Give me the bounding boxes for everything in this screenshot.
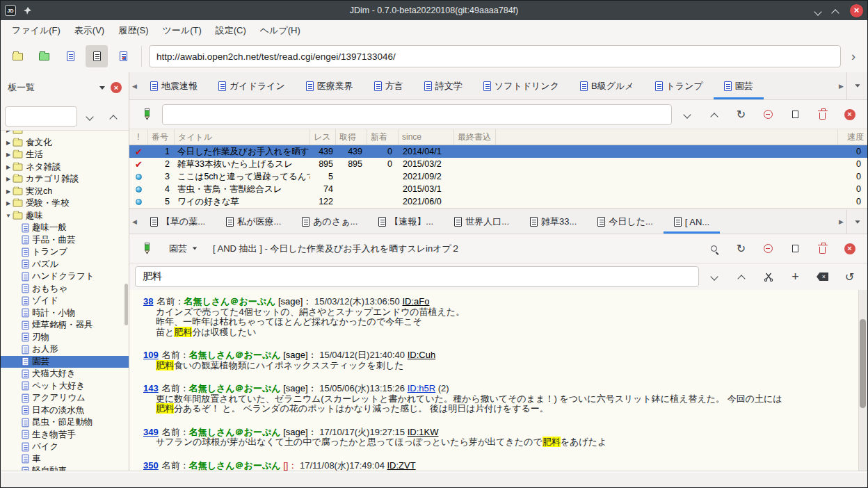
tree-item-category[interactable]: ▶カテゴリ雑談	[1, 173, 129, 186]
thread-tab[interactable]: 【草の葉...	[140, 210, 216, 234]
tabs-scroll-left-button[interactable]: ◀	[129, 72, 140, 99]
tree-item-board[interactable]: 日本の淡水魚	[1, 405, 129, 417]
column-title[interactable]: タイトル	[175, 129, 310, 145]
add-keyword-button[interactable]: +	[783, 266, 807, 287]
tree-item-board[interactable]: 犬猫大好き	[1, 368, 129, 380]
search-button[interactable]	[702, 238, 726, 259]
board-write-button[interactable]	[135, 104, 159, 125]
post-number-link[interactable]: 109	[143, 350, 159, 360]
menu-item[interactable]: ツール(T)	[156, 20, 209, 40]
tree-item-board[interactable]: 手品・曲芸	[1, 234, 129, 247]
extract-button[interactable]	[756, 266, 780, 287]
post-search-field[interactable]	[135, 266, 699, 287]
column-number[interactable]: 番号	[148, 129, 175, 145]
thread-tab[interactable]: 私が医療...	[216, 210, 291, 234]
tree-item-board[interactable]: 軽自動車	[1, 465, 129, 471]
search-prev-button[interactable]	[729, 266, 753, 287]
column-mark[interactable]: !	[129, 129, 148, 145]
post-number-link[interactable]: 143	[143, 383, 159, 393]
column-last-write[interactable]: 最終書込	[454, 129, 496, 145]
tree-item-board[interactable]: ゾイド	[1, 295, 129, 307]
thread-list-search-input[interactable]	[170, 109, 664, 120]
image-view-button[interactable]	[112, 45, 134, 67]
thread-list-search-field[interactable]	[162, 104, 672, 125]
thread-tab[interactable]: あのさぁ...	[291, 210, 368, 234]
tree-item-board[interactable]: 昆虫・節足動物	[1, 416, 129, 429]
menu-item[interactable]: 表示(V)	[67, 20, 111, 40]
thread-write-button[interactable]	[135, 238, 159, 259]
stop-button[interactable]	[756, 104, 780, 125]
clear-button[interactable]: ×	[810, 266, 835, 287]
tree-item-board[interactable]: ハンドクラフト	[1, 270, 129, 283]
tree-item-board[interactable]: 時計・小物	[1, 307, 129, 320]
tree-item-board[interactable]: ペット大好き	[1, 380, 129, 393]
expand-icon[interactable]: ▶	[4, 200, 13, 206]
thread-row[interactable]: ✔1今日した作業及びお手入れを晒す43943902014/04/10	[129, 145, 867, 158]
post-id[interactable]: ID:h5R	[408, 383, 435, 393]
menu-item[interactable]: 履歴(S)	[111, 20, 155, 40]
sidebar-filter-input[interactable]	[13, 111, 70, 122]
board-tab[interactable]: 地震速報	[140, 72, 208, 99]
board-tab[interactable]: ソフトドリンク	[473, 72, 570, 99]
copy-button[interactable]	[783, 238, 807, 259]
board-tab[interactable]: B級グルメ	[570, 72, 645, 99]
tree-item-board[interactable]: バイク	[1, 441, 129, 453]
thread-tab[interactable]: 【速報】...	[368, 210, 444, 234]
tree-item-board[interactable]: 刃物	[1, 332, 129, 344]
post-number-link[interactable]: 38	[143, 296, 153, 307]
post-number-link[interactable]: 349	[143, 427, 159, 437]
expand-icon[interactable]: ▶	[4, 152, 13, 158]
undo-button[interactable]: ↺	[837, 266, 862, 287]
reload-button[interactable]: ↻	[729, 104, 753, 125]
tabs-scroll-left-button[interactable]: ◀	[129, 210, 140, 234]
thread-tabs-menu-button[interactable]	[846, 210, 867, 234]
close-tab-button[interactable]: ×	[837, 104, 862, 125]
tree-item-board[interactable]: 趣味一般	[1, 222, 129, 234]
delete-button[interactable]	[810, 104, 835, 125]
expand-icon[interactable]: ▶	[4, 188, 13, 195]
tree-item-category[interactable]: ▶食文化	[1, 137, 129, 149]
tabs-scroll-right-button[interactable]: ▶	[836, 72, 846, 99]
boardlist-sidebar-button[interactable]	[6, 45, 29, 67]
favorites-button[interactable]	[33, 45, 55, 67]
tree-item-category[interactable]: ▶受験・学校	[1, 197, 129, 210]
thread-row[interactable]: 3ここは5chと違って過疎ってるんで52021/09/20	[129, 170, 867, 183]
stop-button[interactable]	[756, 238, 780, 259]
column-res[interactable]: レス	[310, 129, 336, 145]
board-tab[interactable]: 園芸	[714, 72, 764, 99]
tree-item-board[interactable]: お人形	[1, 343, 129, 356]
tree-item-category[interactable]: ▶実況ch	[1, 186, 129, 198]
tabs-scroll-right-button[interactable]: ▶	[836, 210, 846, 234]
pin-icon[interactable]	[23, 6, 32, 15]
panel-toggle-button[interactable]: ›	[845, 49, 862, 64]
close-window-button[interactable]: ×	[850, 4, 863, 17]
list-search-down-button[interactable]	[675, 104, 699, 125]
thread-row[interactable]: ✔2雑草33本抜いたら上げるスレ89589502015/03/20	[129, 158, 867, 170]
copy-button[interactable]	[783, 104, 807, 125]
sidebar-menu-icon[interactable]	[99, 86, 105, 90]
thread-scrollbar[interactable]	[858, 290, 867, 471]
thread-view-button[interactable]	[86, 45, 108, 67]
thread-list-view-button[interactable]	[59, 45, 81, 67]
tree-item-category[interactable]: ▼趣味	[1, 210, 129, 222]
sidebar-close-button[interactable]: ×	[111, 82, 122, 93]
post-search-input[interactable]	[143, 271, 691, 282]
board-dropdown-button[interactable]: 園芸	[162, 238, 204, 259]
thread-row[interactable]: 5ワイの好きな草1222021/06/00	[129, 195, 867, 208]
tree-item-board[interactable]: 園芸	[1, 356, 129, 368]
column-since[interactable]: since	[399, 129, 454, 145]
thread-tab[interactable]: [ AN...	[664, 210, 720, 234]
reload-button[interactable]: ↻	[729, 238, 753, 259]
search-next-button[interactable]	[702, 266, 726, 287]
url-input[interactable]	[156, 51, 833, 62]
expand-icon[interactable]: ▶	[4, 140, 13, 146]
menu-item[interactable]: ヘルプ(H)	[253, 20, 307, 40]
expand-icon[interactable]: ▶	[4, 130, 13, 133]
thread-scrollbar-thumb[interactable]	[860, 319, 866, 408]
tree-item-category[interactable]: ▶生活	[1, 149, 129, 161]
tree-item-board[interactable]: トランプ	[1, 246, 129, 259]
tree-item-category[interactable]: ▶ネタ雑談	[1, 161, 129, 174]
sidebar-search-down-button[interactable]	[79, 106, 101, 127]
column-new[interactable]: 新着	[367, 129, 399, 145]
board-tab[interactable]: ガイドライン	[208, 72, 296, 99]
